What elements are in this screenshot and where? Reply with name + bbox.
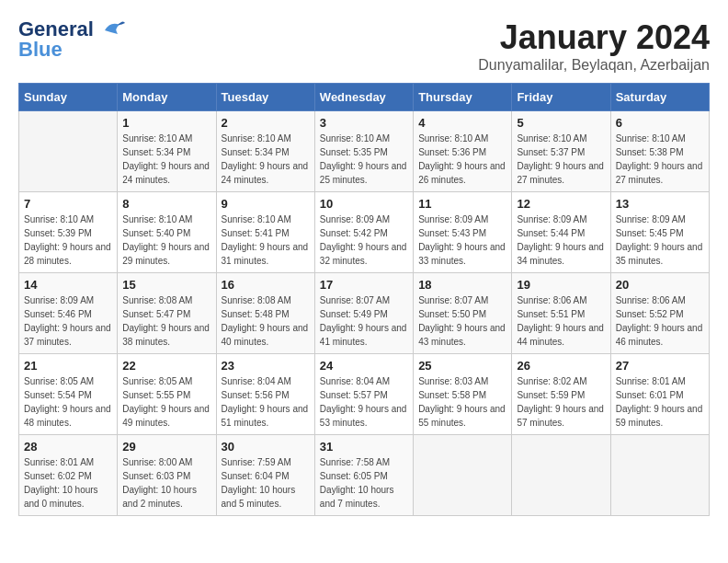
calendar-cell: 10Sunrise: 8:09 AMSunset: 5:42 PMDayligh… [314,192,413,273]
calendar-cell: 18Sunrise: 8:07 AMSunset: 5:50 PMDayligh… [414,273,512,354]
calendar-cell: 31Sunrise: 7:58 AMSunset: 6:05 PMDayligh… [314,435,413,516]
day-number: 30 [222,440,310,454]
day-detail: Sunrise: 8:08 AMSunset: 5:47 PMDaylight:… [122,293,210,349]
calendar-cell: 15Sunrise: 8:08 AMSunset: 5:47 PMDayligh… [118,273,216,354]
calendar-cell: 19Sunrise: 8:06 AMSunset: 5:51 PMDayligh… [512,273,610,354]
calendar-cell: 23Sunrise: 8:04 AMSunset: 5:56 PMDayligh… [216,354,314,435]
calendar-cell: 25Sunrise: 8:03 AMSunset: 5:58 PMDayligh… [414,354,512,435]
day-number: 1 [122,116,210,130]
day-detail: Sunrise: 8:10 AMSunset: 5:37 PMDaylight:… [517,132,605,187]
calendar-cell: 30Sunrise: 7:59 AMSunset: 6:04 PMDayligh… [216,435,314,516]
day-number: 29 [122,440,210,454]
day-detail: Sunrise: 8:03 AMSunset: 5:58 PMDaylight:… [418,374,506,430]
calendar-cell [414,435,512,516]
day-number: 21 [24,359,112,373]
day-detail: Sunrise: 8:10 AMSunset: 5:34 PMDaylight:… [222,132,310,187]
calendar-cell: 2Sunrise: 8:10 AMSunset: 5:34 PMDaylight… [216,111,314,192]
weekday-header-saturday: Saturday [610,84,709,111]
weekday-header-monday: Monday [118,84,216,111]
weekday-header-wednesday: Wednesday [314,84,413,111]
calendar-cell: 20Sunrise: 8:06 AMSunset: 5:52 PMDayligh… [610,273,709,354]
day-detail: Sunrise: 8:04 AMSunset: 5:57 PMDaylight:… [320,374,408,430]
day-detail: Sunrise: 8:08 AMSunset: 5:48 PMDaylight:… [222,293,310,349]
day-detail: Sunrise: 8:10 AMSunset: 5:35 PMDaylight:… [320,132,408,187]
day-detail: Sunrise: 8:10 AMSunset: 5:39 PMDaylight:… [24,213,112,268]
day-detail: Sunrise: 8:04 AMSunset: 5:56 PMDaylight:… [222,374,310,430]
calendar-cell: 28Sunrise: 8:01 AMSunset: 6:02 PMDayligh… [19,435,118,516]
day-number: 9 [222,197,310,211]
location: Dunyamalilar, Beylaqan, Azerbaijan [478,57,710,74]
calendar-cell: 21Sunrise: 8:05 AMSunset: 5:54 PMDayligh… [19,354,118,435]
week-row-2: 7Sunrise: 8:10 AMSunset: 5:39 PMDaylight… [19,192,710,273]
calendar-cell: 14Sunrise: 8:09 AMSunset: 5:46 PMDayligh… [19,273,118,354]
day-number: 19 [517,278,605,292]
day-detail: Sunrise: 8:09 AMSunset: 5:45 PMDaylight:… [616,213,704,268]
day-detail: Sunrise: 8:10 AMSunset: 5:41 PMDaylight:… [222,213,310,268]
calendar-cell [512,435,610,516]
day-number: 23 [222,359,310,373]
weekday-header-row: SundayMondayTuesdayWednesdayThursdayFrid… [19,84,710,111]
day-number: 7 [24,197,112,211]
calendar-cell: 27Sunrise: 8:01 AMSunset: 6:01 PMDayligh… [610,354,709,435]
calendar-cell: 1Sunrise: 8:10 AMSunset: 5:34 PMDaylight… [118,111,216,192]
day-number: 24 [320,359,408,373]
day-detail: Sunrise: 8:02 AMSunset: 5:59 PMDaylight:… [517,374,605,430]
month-title: January 2024 [478,18,710,57]
day-number: 4 [418,116,506,130]
day-number: 3 [320,116,408,130]
calendar-cell: 26Sunrise: 8:02 AMSunset: 5:59 PMDayligh… [512,354,610,435]
day-number: 11 [418,197,506,211]
day-number: 26 [517,359,605,373]
day-detail: Sunrise: 8:10 AMSunset: 5:40 PMDaylight:… [122,213,210,268]
weekday-header-thursday: Thursday [414,84,512,111]
day-detail: Sunrise: 8:06 AMSunset: 5:51 PMDaylight:… [517,293,605,349]
day-detail: Sunrise: 8:09 AMSunset: 5:43 PMDaylight:… [418,213,506,268]
day-detail: Sunrise: 7:58 AMSunset: 6:05 PMDaylight:… [320,455,408,511]
calendar-cell: 4Sunrise: 8:10 AMSunset: 5:36 PMDaylight… [414,111,512,192]
weekday-header-friday: Friday [512,84,610,111]
week-row-4: 21Sunrise: 8:05 AMSunset: 5:54 PMDayligh… [19,354,710,435]
day-number: 16 [222,278,310,292]
weekday-header-tuesday: Tuesday [216,84,314,111]
calendar-cell: 12Sunrise: 8:09 AMSunset: 5:44 PMDayligh… [512,192,610,273]
calendar-cell: 9Sunrise: 8:10 AMSunset: 5:41 PMDaylight… [216,192,314,273]
day-detail: Sunrise: 8:09 AMSunset: 5:46 PMDaylight:… [24,293,112,349]
calendar-cell: 24Sunrise: 8:04 AMSunset: 5:57 PMDayligh… [314,354,413,435]
day-number: 5 [517,116,605,130]
calendar-cell: 11Sunrise: 8:09 AMSunset: 5:43 PMDayligh… [414,192,512,273]
day-number: 25 [418,359,506,373]
day-detail: Sunrise: 8:10 AMSunset: 5:36 PMDaylight:… [418,132,506,187]
calendar-cell: 16Sunrise: 8:08 AMSunset: 5:48 PMDayligh… [216,273,314,354]
week-row-3: 14Sunrise: 8:09 AMSunset: 5:46 PMDayligh… [19,273,710,354]
day-number: 22 [122,359,210,373]
day-number: 6 [616,116,704,130]
calendar-cell: 7Sunrise: 8:10 AMSunset: 5:39 PMDaylight… [19,192,118,273]
day-detail: Sunrise: 8:07 AMSunset: 5:49 PMDaylight:… [320,293,408,349]
calendar-cell: 6Sunrise: 8:10 AMSunset: 5:38 PMDaylight… [610,111,709,192]
day-number: 14 [24,278,112,292]
week-row-1: 1Sunrise: 8:10 AMSunset: 5:34 PMDaylight… [19,111,710,192]
calendar-cell [610,435,709,516]
day-detail: Sunrise: 8:07 AMSunset: 5:50 PMDaylight:… [418,293,506,349]
day-detail: Sunrise: 8:10 AMSunset: 5:34 PMDaylight:… [122,132,210,187]
day-detail: Sunrise: 8:01 AMSunset: 6:01 PMDaylight:… [616,374,704,430]
calendar-cell: 5Sunrise: 8:10 AMSunset: 5:37 PMDaylight… [512,111,610,192]
calendar-cell: 8Sunrise: 8:10 AMSunset: 5:40 PMDaylight… [118,192,216,273]
day-number: 12 [517,197,605,211]
day-number: 15 [122,278,210,292]
day-number: 10 [320,197,408,211]
calendar-cell: 13Sunrise: 8:09 AMSunset: 5:45 PMDayligh… [610,192,709,273]
calendar-cell: 22Sunrise: 8:05 AMSunset: 5:55 PMDayligh… [118,354,216,435]
calendar-cell: 3Sunrise: 8:10 AMSunset: 5:35 PMDaylight… [314,111,413,192]
day-number: 2 [222,116,310,130]
calendar-table: SundayMondayTuesdayWednesdayThursdayFrid… [18,83,710,516]
day-number: 20 [616,278,704,292]
calendar-cell: 29Sunrise: 8:00 AMSunset: 6:03 PMDayligh… [118,435,216,516]
day-number: 8 [122,197,210,211]
logo: General Blue [18,18,127,62]
day-number: 27 [616,359,704,373]
week-row-5: 28Sunrise: 8:01 AMSunset: 6:02 PMDayligh… [19,435,710,516]
day-number: 18 [418,278,506,292]
day-number: 31 [320,440,408,454]
logo-bird-icon [101,19,127,41]
